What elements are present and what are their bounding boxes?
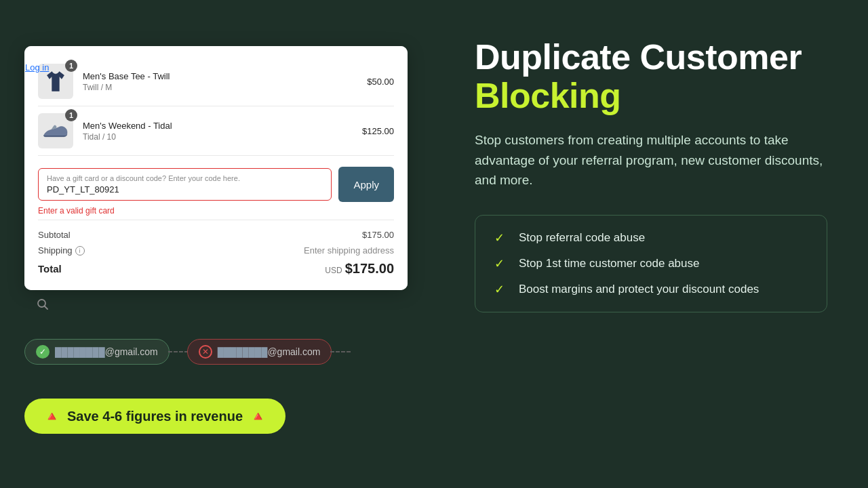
item-price-1: $50.00 [367,77,394,87]
check-icon-3: ✓ [494,282,509,297]
discount-error: Enter a valid gift card [38,206,394,216]
item-variant-1: Twill / M [83,83,357,92]
shipping-value[interactable]: Enter shipping address [304,245,394,256]
headline-line2: Blocking [475,77,827,115]
dashed-connector [168,351,189,352]
invalid-email-pill: ✕ ████████@gmail.com [187,339,332,365]
cta-icon-left: 🔺 [43,408,60,424]
item-details-2: Men's Weekend - Tidal Tidal / 10 [83,121,353,142]
check-icon-2: ✓ [494,256,509,271]
right-panel: Duplicate Customer Blocking Stop custome… [434,0,868,488]
invalid-email-text: ████████@gmail.com [218,346,321,357]
subtotal-value: $175.00 [362,230,394,240]
feature-text-2: Stop 1st time customer code abuse [519,257,699,270]
apply-button[interactable]: Apply [338,167,394,202]
valid-email-text: ████████@gmail.com [55,346,158,357]
cta-label: Save 4-6 figures in revenue [67,409,243,424]
feature-item-2: ✓ Stop 1st time customer code abuse [494,256,808,271]
login-link[interactable]: Log in [25,62,49,73]
left-panel: Log in 1 Men's Base Tee - Twill Twill / … [0,0,434,488]
cta-button[interactable]: 🔺 Save 4-6 figures in revenue 🔺 [24,399,285,434]
item-badge-2: 1 [65,109,77,121]
subtotal-label: Subtotal [38,230,71,240]
totals-area: Subtotal $175.00 Shipping i Enter shippi… [38,220,394,277]
svg-line-1 [45,306,48,310]
total-label: Total [38,263,62,274]
check-icon-valid: ✓ [36,345,50,359]
item-image-wrap-2: 1 [38,113,73,148]
discount-hint: Have a gift card or a discount code? Ent… [47,174,323,182]
subtotal-row: Subtotal $175.00 [38,230,394,240]
item-name-1: Men's Base Tee - Twill [83,71,357,81]
headline-line1: Duplicate Customer [475,38,827,77]
cta-icon-right: 🔺 [250,408,267,424]
info-icon: i [75,246,85,256]
discount-area: Have a gift card or a discount code? Ent… [38,156,394,220]
valid-email-pill: ✓ ████████@gmail.com [24,339,170,365]
feature-item-1: ✓ Stop referral code abuse [494,230,808,245]
search-icon[interactable] [33,294,53,314]
discount-input-wrap[interactable]: Have a gift card or a discount code? Ent… [38,168,332,201]
cart-item-1: 1 Men's Base Tee - Twill Twill / M $50.0… [38,57,394,106]
shipping-info: Shipping i [38,245,85,256]
email-pills-row: ✓ ████████@gmail.com ✕ ████████@gmail.co… [24,339,349,365]
dashed-connector-2 [330,351,351,352]
feature-box: ✓ Stop referral code abuse ✓ Stop 1st ti… [475,215,827,312]
feature-text-3: Boost margins and protect your discount … [519,283,759,296]
total-amount: $175.00 [345,261,394,276]
item-badge-1: 1 [65,60,77,72]
feature-item-3: ✓ Boost margins and protect your discoun… [494,282,808,297]
description: Stop customers from creating multiple ac… [475,130,827,190]
feature-text-1: Stop referral code abuse [519,231,645,245]
total-amount-wrap: USD$175.00 [325,261,394,277]
cart-item-2: 1 Men's Weekend - Tidal Tidal / 10 $125.… [38,106,394,156]
checkout-card: 1 Men's Base Tee - Twill Twill / M $50.0… [24,46,408,290]
x-icon-invalid: ✕ [199,345,212,359]
discount-value: PD_YT_LT_80921 [47,184,323,195]
shipping-label: Shipping [38,245,73,256]
total-row: Total USD$175.00 [38,261,394,277]
item-price-2: $125.00 [362,126,394,136]
check-icon-1: ✓ [494,230,509,245]
shipping-row: Shipping i Enter shipping address [38,245,394,256]
item-name-2: Men's Weekend - Tidal [83,121,353,131]
item-details-1: Men's Base Tee - Twill Twill / M [83,71,357,92]
total-currency: USD [325,266,342,275]
item-variant-2: Tidal / 10 [83,132,353,142]
discount-row: Have a gift card or a discount code? Ent… [38,167,394,202]
